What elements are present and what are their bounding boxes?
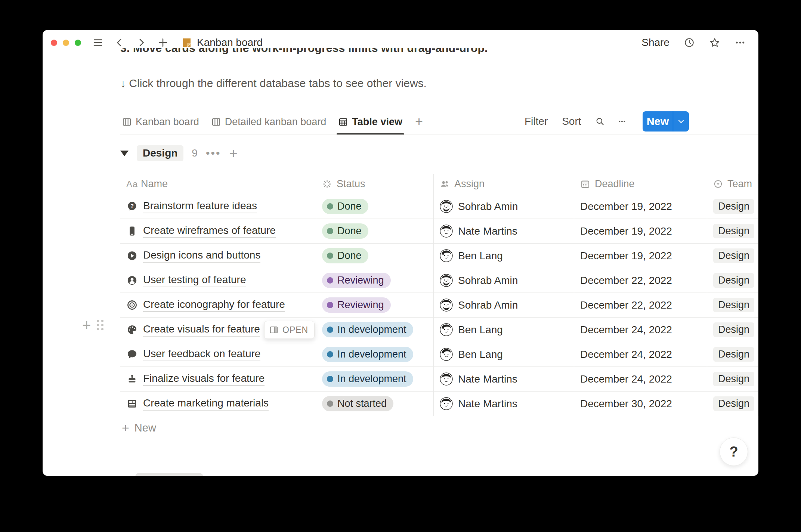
sidebar-menu-icon[interactable] [92, 37, 103, 48]
status-cell[interactable]: In development [316, 342, 434, 366]
status-cell[interactable]: Reviewing [316, 268, 434, 293]
column-header-assign[interactable]: Assign [434, 174, 574, 194]
status-cell[interactable]: Done [316, 194, 434, 219]
team-cell[interactable]: Design [707, 219, 758, 243]
deadline-cell[interactable]: December 22, 2022 [574, 293, 707, 317]
name-cell[interactable]: Design icons and buttons [120, 244, 316, 268]
task-name-link[interactable]: Create wireframes of feature [143, 225, 276, 238]
task-name-link[interactable]: Finalize visuals for feature [143, 372, 265, 386]
assign-cell[interactable]: Ben Lang [434, 342, 574, 366]
more-options-icon[interactable] [734, 37, 746, 48]
deadline-cell[interactable]: December 19, 2022 [574, 219, 707, 243]
column-header-name[interactable]: AaName [120, 174, 316, 194]
team-cell[interactable]: Design [707, 194, 758, 219]
tab-table-view[interactable]: Table view [337, 109, 404, 134]
status-cell[interactable]: In development [316, 318, 434, 342]
tab-kanban-board[interactable]: Kanban board [120, 109, 201, 134]
help-button[interactable]: ? [720, 437, 748, 466]
status-pill[interactable]: In development [322, 322, 413, 337]
name-cell[interactable]: Create iconography for feature [120, 293, 316, 317]
task-name-link[interactable]: User testing of feature [143, 274, 246, 287]
name-cell[interactable]: Finalize visuals for feature [120, 367, 316, 391]
filter-button[interactable]: Filter [525, 115, 548, 127]
status-pill[interactable]: Done [322, 248, 368, 263]
status-pill[interactable]: Reviewing [322, 297, 391, 313]
task-name-link[interactable]: Create iconography for feature [143, 299, 285, 312]
task-name-link[interactable]: Design icons and buttons [143, 249, 260, 263]
deadline-cell[interactable]: December 19, 2022 [574, 194, 707, 219]
deadline-cell[interactable]: December 24, 2022 [574, 367, 707, 391]
task-name-link[interactable]: Brainstorm feature ideas [143, 200, 257, 213]
assign-cell[interactable]: Sohrab Amin [434, 268, 574, 293]
column-header-deadline[interactable]: Deadline [574, 174, 707, 194]
task-name-link[interactable]: Create visuals for feature [143, 323, 260, 337]
assign-cell[interactable]: Sohrab Amin [434, 194, 574, 219]
share-button[interactable]: Share [641, 37, 669, 49]
open-side-peek-button[interactable]: OPEN [264, 321, 315, 339]
status-cell[interactable]: In development [316, 367, 434, 391]
tab-detailed-kanban-board[interactable]: Detailed kanban board [210, 109, 328, 134]
status-pill[interactable]: In development [322, 347, 413, 362]
team-cell[interactable]: Design [707, 318, 758, 342]
column-header-status[interactable]: Status [316, 174, 434, 194]
group-options-icon[interactable]: ••• [206, 151, 221, 155]
zoom-button[interactable] [75, 40, 81, 46]
group-collapse-toggle[interactable] [120, 151, 129, 156]
page-title[interactable]: Kanban board [197, 37, 263, 49]
team-cell[interactable]: Design [707, 268, 758, 293]
assign-cell[interactable]: Nate Martins [434, 367, 574, 391]
team-cell[interactable]: Design [707, 342, 758, 366]
status-pill[interactable]: In development [322, 371, 413, 387]
status-pill[interactable]: Not started [322, 396, 393, 411]
sort-button[interactable]: Sort [562, 115, 581, 127]
name-cell[interactable]: User testing of feature [120, 268, 316, 293]
deadline-cell[interactable]: December 22, 2022 [574, 268, 707, 293]
new-row-button[interactable]: + New [120, 416, 758, 440]
drag-handle-icon[interactable] [97, 320, 104, 331]
add-view-icon[interactable]: + [413, 114, 425, 130]
status-cell[interactable]: Done [316, 244, 434, 268]
chevron-down-icon[interactable] [673, 111, 689, 132]
assign-cell[interactable]: Ben Lang [434, 244, 574, 268]
view-options-icon[interactable] [617, 116, 627, 127]
name-cell[interactable]: Create wireframes of feature [120, 219, 316, 243]
deadline-cell[interactable]: December 24, 2022 [574, 342, 707, 366]
assign-cell[interactable]: Nate Martins [434, 219, 574, 243]
forward-icon[interactable] [136, 37, 147, 48]
task-name-link[interactable]: Create marketing materials [143, 397, 269, 411]
back-icon[interactable] [114, 37, 125, 48]
new-button[interactable]: New [643, 111, 689, 132]
task-name-link[interactable]: User feedback on feature [143, 348, 260, 361]
team-cell[interactable]: Design [707, 367, 758, 391]
new-page-icon[interactable] [157, 37, 168, 48]
team-cell[interactable]: Design [707, 392, 758, 416]
assign-cell[interactable]: Nate Martins [434, 392, 574, 416]
search-icon[interactable] [595, 116, 605, 127]
name-cell[interactable]: Create visuals for feature OPEN [120, 318, 316, 342]
team-cell[interactable]: Design [707, 244, 758, 268]
group-name-pill[interactable]: Design [137, 145, 183, 161]
status-pill[interactable]: Done [322, 199, 368, 214]
status-pill[interactable]: Done [322, 223, 368, 239]
status-cell[interactable]: Reviewing [316, 293, 434, 317]
name-cell[interactable]: ? Brainstorm feature ideas [120, 194, 316, 219]
status-cell[interactable]: Done [316, 219, 434, 243]
close-button[interactable] [51, 40, 57, 46]
assign-cell[interactable]: Sohrab Amin [434, 293, 574, 317]
minimize-button[interactable] [63, 40, 69, 46]
column-header-team[interactable]: Team [707, 174, 758, 194]
team-cell[interactable]: Design [707, 293, 758, 317]
favorite-star-icon[interactable] [709, 37, 720, 48]
name-cell[interactable]: User feedback on feature [120, 342, 316, 366]
updates-clock-icon[interactable] [684, 37, 695, 48]
group-add-icon[interactable]: + [229, 145, 237, 161]
status-pill[interactable]: Reviewing [322, 273, 391, 288]
insert-row-icon[interactable]: + [82, 317, 91, 334]
deadline-cell[interactable]: December 19, 2022 [574, 244, 707, 268]
deadline-cell[interactable]: December 24, 2022 [574, 318, 707, 342]
deadline-cell[interactable]: December 30, 2022 [574, 392, 707, 416]
status-cell[interactable]: Not started [316, 392, 434, 416]
name-cell[interactable]: Create marketing materials [120, 392, 316, 416]
assign-cell[interactable]: Ben Lang [434, 318, 574, 342]
new-button-label[interactable]: New [643, 111, 673, 132]
